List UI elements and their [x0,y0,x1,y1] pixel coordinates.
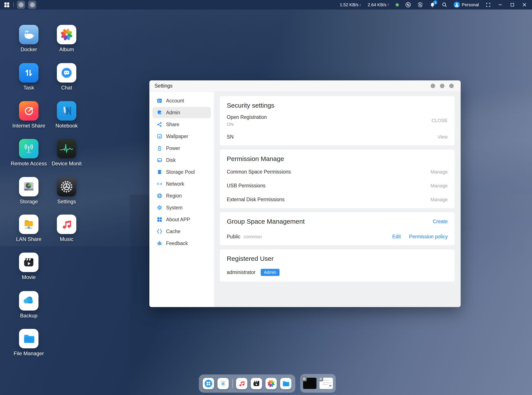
desktop-icon-docker[interactable]: Docker [12,25,45,53]
desktop-icon-settings[interactable]: Settings [50,177,83,205]
window-preview-settings-light[interactable] [320,378,333,389]
notification-bell-icon[interactable]: 1 [430,2,435,8]
window-maximize-dot[interactable] [440,84,444,88]
share-circle-arrow-icon [19,101,39,121]
wallpaper-icon [156,133,162,139]
close-registration-action[interactable]: CLOSE [432,118,448,123]
account-menu[interactable]: Personal [454,2,479,8]
group-tag: common [244,234,262,240]
desktop-icon-internet-share[interactable]: Internet Share [12,101,45,129]
sidebar-item-wallpaper[interactable]: Wallpaper [152,131,211,142]
sidebar-label: Share [166,122,179,127]
running-app-settings-2[interactable] [28,1,36,9]
clapperboard-icon [19,252,39,272]
desktop-icon-device-monit[interactable]: Device Monit [50,139,83,167]
minimize-button[interactable] [497,2,503,8]
settings-content: Security settings Open Registration ON C… [214,92,461,307]
music-note-icon [57,214,76,234]
status-dot-icon[interactable] [396,3,399,6]
sidebar-label: Network [166,181,184,187]
view-sn-action[interactable]: View [438,134,448,140]
transfer-monitor-icon[interactable] [405,2,411,8]
sidebar-item-account[interactable]: Account [152,95,211,106]
registered-user-card: Registered User administrator Admin [220,249,454,282]
sidebar-item-admin[interactable]: Admin [152,107,211,118]
upload-speed: 2.64 KB/s↑ [368,2,389,7]
app-launcher-button[interactable] [3,1,10,8]
ecg-icon [57,139,76,158]
sidebar-label: Feedback [166,241,188,246]
album-flower-icon [57,25,76,44]
sidebar-label: Power [166,145,180,151]
dock-item-movie[interactable] [251,378,262,389]
sidebar-item-share[interactable]: Share [152,119,211,130]
screen-record-icon[interactable] [417,2,423,8]
security-settings-card: Security settings Open Registration ON C… [220,96,454,145]
fullscreen-button[interactable] [485,2,491,8]
sidebar-label: Account [166,98,184,104]
manage-action[interactable]: Manage [430,169,448,175]
taskbar-divider [13,2,14,7]
dock-item-launcher[interactable] [203,378,214,389]
sidebar-item-cache[interactable]: Cache [152,226,211,237]
notification-badge: 1 [433,0,437,5]
about-app-grid-icon [156,217,162,223]
sidebar-item-network[interactable]: Network [152,178,211,190]
create-group-link[interactable]: Create [433,219,448,225]
desktop-icon-file-manager[interactable]: File Manager [12,329,45,357]
manage-action[interactable]: Manage [430,183,448,189]
dock-item-album[interactable] [266,378,277,389]
desktop-icon-backup[interactable]: Backup [12,291,45,319]
desktop-icon-album[interactable]: Album [50,25,83,53]
row-label: Open Registration [227,114,267,120]
dock-item-music[interactable] [236,378,247,389]
up-arrow-icon: ↑ [387,3,389,7]
maximize-button[interactable] [510,2,515,8]
account-icon [156,98,162,104]
desktop-icon-music[interactable]: Music [50,214,83,242]
task-arrows-icon [19,63,39,82]
desktop-icon-task[interactable]: Task [12,63,45,91]
public-group-row: Public common Edit Permission policy [227,234,448,240]
sidebar-item-system[interactable]: System [152,202,211,213]
sidebar-item-storage-pool[interactable]: Storage Pool [152,166,211,178]
folder-icon [19,329,39,348]
window-close-dot[interactable] [449,84,454,88]
sidebar-item-about-app[interactable]: About APP [152,214,211,225]
desktop-icon-storage[interactable]: Storage [12,177,45,205]
close-button[interactable] [522,2,527,8]
admin-shield-icon [156,110,162,115]
desktop-icon-movie[interactable]: Movie [12,252,45,280]
bug-icon [156,241,162,246]
settings-gear-badge-icon [320,378,323,381]
running-app-settings-1[interactable] [17,1,25,9]
sidebar-label: Wallpaper [166,133,188,139]
window-preview-settings-dark[interactable] [303,378,316,389]
sidebar-item-disk[interactable]: Disk [152,154,211,166]
external-disk-permissions-row: External Disk Permissions Manage [227,197,448,203]
card-title: Group Space Management [227,218,305,225]
sidebar-item-feedback[interactable]: Feedback [152,238,211,249]
row-value: ON [227,122,267,127]
settings-sidebar: Account Admin [149,92,214,307]
desktop-icon-notebook[interactable]: Notebook [50,101,83,129]
search-icon[interactable] [442,2,447,8]
permission-policy-link[interactable]: Permission policy [409,234,448,240]
dock-item-recycle-bin[interactable] [217,378,229,389]
sidebar-item-power[interactable]: Power [152,143,211,154]
desktop-icon-chat[interactable]: Chat [50,63,83,91]
manage-action[interactable]: Manage [430,197,448,203]
gear-wheel-icon [57,177,76,196]
sn-row: SN View [227,134,448,140]
sidebar-item-region[interactable]: Region [152,190,211,201]
desktop-icon-lan-share[interactable]: LAN Share [12,214,45,242]
edit-group-link[interactable]: Edit [392,234,401,240]
window-titlebar[interactable]: Settings [149,80,461,92]
sidebar-label: Disk [166,157,176,163]
desktop-icon-remote-access[interactable]: Remote Access [12,139,45,167]
system-gear-icon [156,205,162,211]
braces-icon [156,229,162,235]
sidebar-label: Storage Pool [166,169,195,175]
window-minimize-dot[interactable] [431,84,435,88]
dock-item-file-manager[interactable] [280,378,291,389]
